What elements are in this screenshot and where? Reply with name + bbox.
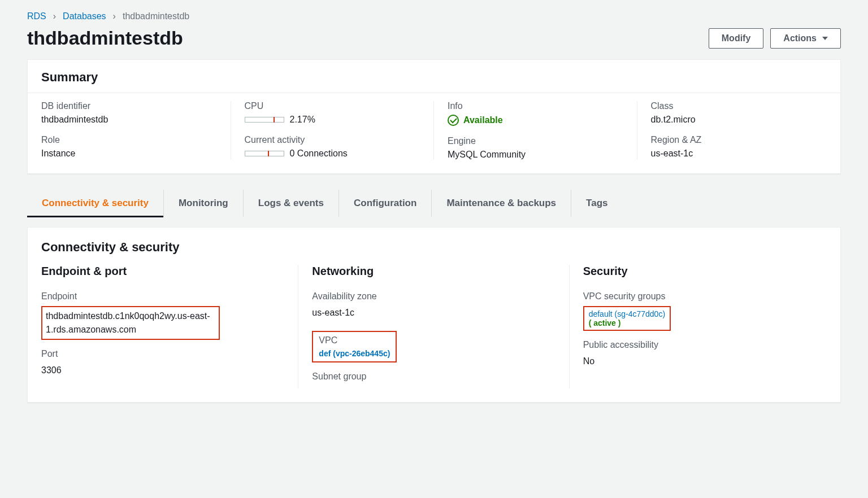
modify-button[interactable]: Modify [709, 28, 764, 49]
breadcrumb: RDS › Databases › thdbadmintestdb [27, 11, 841, 21]
tabs: Connectivity & security Monitoring Logs … [27, 190, 841, 217]
tab-connectivity-security[interactable]: Connectivity & security [27, 190, 164, 217]
cpu-meter [245, 117, 284, 123]
region-az-value: us-east-1c [651, 148, 827, 159]
chevron-right-icon: › [53, 11, 56, 21]
header-actions: Modify Actions [709, 28, 841, 49]
security-title: Security [583, 265, 827, 278]
endpoint-label: Endpoint [41, 291, 284, 302]
page-title: thdbadmintestdb [27, 27, 183, 49]
current-activity-label: Current activity [245, 135, 420, 145]
connectivity-title: Connectivity & security [28, 228, 840, 265]
connectivity-panel: Connectivity & security Endpoint & port … [27, 227, 841, 403]
role-label: Role [41, 135, 217, 145]
role-value: Instance [41, 148, 217, 159]
tab-configuration[interactable]: Configuration [339, 190, 432, 217]
caret-down-icon [822, 37, 828, 40]
vpc-highlight: VPC def (vpc-26eb445c) [312, 331, 397, 362]
sg-status: ( active ) [589, 318, 621, 327]
current-activity-value: 0 Connections [290, 148, 348, 159]
endpoint-port-title: Endpoint & port [41, 265, 284, 278]
port-value: 3306 [41, 364, 284, 377]
tab-maintenance-backups[interactable]: Maintenance & backups [432, 190, 571, 217]
summary-panel: Summary DB identifier thdbadmintestdb Ro… [27, 59, 841, 174]
cpu-value: 2.17% [290, 115, 315, 125]
endpoint-value: thdbadmintestdb.c1nk0qoqh2wy.us-east-1.r… [46, 309, 215, 337]
sg-highlight: default (sg-4c77dd0c) ( active ) [583, 306, 671, 331]
public-accessibility-value: No [583, 355, 827, 368]
db-identifier-value: thdbadmintestdb [41, 115, 217, 125]
sg-link[interactable]: default (sg-4c77dd0c) [589, 309, 665, 318]
vpc-link[interactable]: def (vpc-26eb445c) [319, 349, 390, 358]
tab-monitoring[interactable]: Monitoring [164, 190, 244, 217]
db-identifier-label: DB identifier [41, 101, 217, 111]
tab-tags[interactable]: Tags [571, 190, 622, 217]
chevron-right-icon: › [113, 11, 116, 21]
engine-label: Engine [448, 136, 623, 146]
subnet-group-label: Subnet group [312, 372, 555, 382]
breadcrumb-parent[interactable]: Databases [63, 11, 106, 21]
port-label: Port [41, 349, 284, 359]
az-value: us-east-1c [312, 306, 555, 320]
class-label: Class [651, 101, 827, 111]
class-value: db.t2.micro [651, 115, 827, 125]
breadcrumb-current: thdbadmintestdb [123, 11, 189, 21]
region-az-label: Region & AZ [651, 135, 827, 145]
sg-label: VPC security groups [583, 291, 827, 302]
engine-value: MySQL Community [448, 150, 623, 160]
actions-dropdown[interactable]: Actions [770, 28, 841, 49]
breadcrumb-root[interactable]: RDS [27, 11, 46, 21]
actions-label: Actions [783, 33, 817, 43]
info-value: Available [463, 115, 503, 125]
networking-title: Networking [312, 265, 555, 278]
az-label: Availability zone [312, 291, 555, 302]
cpu-label: CPU [245, 101, 420, 111]
public-accessibility-label: Public accessibility [583, 340, 827, 350]
summary-title: Summary [28, 60, 840, 93]
endpoint-highlight: thdbadmintestdb.c1nk0qoqh2wy.us-east-1.r… [41, 306, 220, 340]
activity-meter [245, 151, 284, 156]
vpc-label: VPC [319, 335, 390, 346]
check-circle-icon [448, 115, 459, 126]
info-label: Info [448, 101, 623, 111]
tab-logs-events[interactable]: Logs & events [244, 190, 339, 217]
